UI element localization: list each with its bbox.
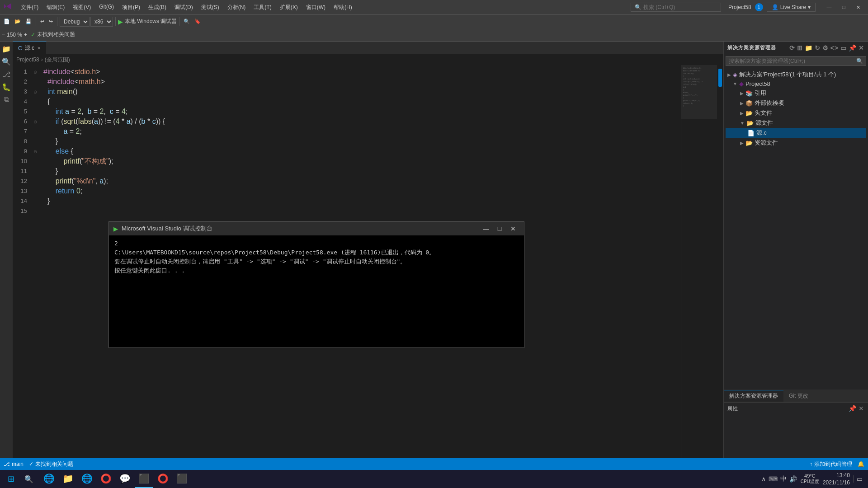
search-input[interactable] (643, 4, 711, 10)
tree-refs-node[interactable]: ▶ 📚 引用 (726, 88, 866, 98)
tab-close-icon[interactable]: ✕ (37, 46, 41, 51)
activity-debug[interactable]: 🐛 (1, 81, 12, 92)
notification-status[interactable]: 🔔 (858, 461, 864, 467)
tab-git-changes[interactable]: Git 更改 (783, 390, 814, 402)
run-debugger-button[interactable]: ▶ 本地 Windows 调试器 (118, 18, 177, 25)
console-minimize-button[interactable]: — (480, 222, 492, 235)
close-panel-icon[interactable]: ✕ (859, 44, 864, 52)
tree-solution-node[interactable]: ▶ ◈ 解决方案'Project58'(1 个项目/共 1 个) (726, 70, 866, 80)
breadcrumb-scope[interactable]: (全局范围) (45, 56, 70, 64)
toolbar-new[interactable]: 📄 (2, 18, 12, 25)
maximize-button[interactable]: □ (837, 1, 850, 14)
taskbar-vs-button[interactable]: ⬛ (135, 470, 153, 488)
console-maximize-button[interactable]: □ (493, 222, 506, 235)
fold-indicator-9[interactable]: ⊖ (31, 146, 40, 156)
fold-indicator-1[interactable]: ⊖ (31, 67, 40, 77)
project-title: Project58 (728, 4, 751, 10)
ime-icon[interactable]: 中 (780, 475, 787, 483)
properties-icons: 📌 ✕ (849, 405, 864, 412)
taskbar-ie-button[interactable]: 🌐 (40, 470, 58, 488)
keyboard-icon[interactable]: ⌨ (769, 475, 778, 483)
fold-indicator-3[interactable]: ⊖ (31, 87, 40, 97)
project-icon: ◆ (739, 80, 744, 87)
menu-view[interactable]: 视图(V) (69, 2, 94, 13)
menu-test[interactable]: 测试(S) (198, 2, 223, 13)
menu-edit[interactable]: 编辑(E) (43, 2, 68, 13)
fold-indicator-6[interactable]: ⊖ (31, 117, 40, 127)
platform-dropdown[interactable]: x86 (90, 17, 113, 27)
menu-tools[interactable]: 工具(T) (250, 2, 275, 13)
menu-window[interactable]: 窗口(W) (302, 2, 329, 13)
tree-source-c-file[interactable]: 📄 源.c (726, 128, 866, 138)
activity-extensions[interactable]: ⧉ (1, 94, 12, 105)
menu-help[interactable]: 帮助(H) (330, 2, 356, 13)
zoom-in-icon[interactable]: + (24, 32, 27, 38)
taskbar-git-button[interactable]: ⭕ (154, 470, 172, 488)
console-close-button[interactable]: ✕ (507, 222, 519, 235)
volume-icon[interactable]: 🔊 (789, 475, 797, 483)
breadcrumb-project[interactable]: Project58 (16, 56, 39, 63)
tree-header-files-node[interactable]: ▶ 📂 头文件 (726, 108, 866, 118)
activity-git[interactable]: ⎇ (1, 69, 12, 80)
menu-file[interactable]: 文件(F) (17, 2, 42, 13)
taskbar-right: ∧ ⌨ 中 🔊 49°C CPU温度 13:40 2021/11/16 ▭ (761, 472, 866, 486)
live-share-button[interactable]: 👤 Live Share ▾ (767, 3, 816, 12)
taskbar-clock[interactable]: 13:40 2021/11/16 (823, 472, 850, 486)
git-branch-label: main (12, 461, 24, 467)
menu-analyze[interactable]: 分析(N) (224, 2, 250, 13)
tab-solution-explorer[interactable]: 解决方案资源管理器 (724, 390, 783, 402)
no-problems-indicator[interactable]: ✓ 未找到相关问题 (29, 460, 73, 468)
toolbar-find[interactable]: 🔍 (182, 18, 192, 25)
filter-icon[interactable]: ⊞ (797, 44, 803, 52)
properties-icon[interactable]: ⚙ (822, 44, 829, 52)
show-all-files-icon[interactable]: 📁 (805, 44, 813, 52)
tray-up-icon[interactable]: ∧ (761, 475, 766, 483)
collapse-icon[interactable]: ▭ (840, 44, 847, 52)
toolbar-save[interactable]: 💾 (24, 18, 33, 25)
taskbar-cmd-button[interactable]: ⬛ (173, 470, 191, 488)
menu-git[interactable]: Git(G) (95, 2, 118, 13)
taskbar-wechat-button[interactable]: 💬 (116, 470, 134, 488)
code-icon[interactable]: <> (830, 44, 839, 52)
toolbar-open[interactable]: 📂 (13, 18, 23, 25)
start-button[interactable]: ⊞ (2, 470, 20, 488)
zoom-out-icon[interactable]: − (2, 32, 5, 38)
activity-explorer[interactable]: 📁 (1, 43, 12, 54)
menu-project[interactable]: 项目(P) (118, 2, 144, 13)
menu-extensions[interactable]: 扩展(X) (276, 2, 302, 13)
notification-badge[interactable]: 1 (755, 3, 763, 11)
show-desktop-icon[interactable]: ▭ (854, 475, 863, 483)
taskbar-ie2-button[interactable]: ⭕ (97, 470, 115, 488)
source-files-label: 源文件 (755, 119, 773, 127)
tree-source-files-node[interactable]: ▼ 📂 源文件 (726, 118, 866, 128)
refs-icon: 📚 (745, 90, 753, 97)
file-tab-source-c[interactable]: C 源.c ✕ (13, 42, 47, 54)
toolbar-redo[interactable]: ↪ (47, 18, 55, 25)
refresh-icon[interactable]: ↻ (815, 44, 821, 52)
tree-ext-deps-node[interactable]: ▶ 📦 外部依赖项 (726, 98, 866, 108)
tree-project-node[interactable]: ▼ ◆ Project58 (726, 80, 866, 88)
solution-search-input[interactable] (729, 58, 854, 64)
taskbar-edge-button[interactable]: 🌐 (78, 470, 96, 488)
properties-pin-icon[interactable]: 📌 (849, 405, 857, 412)
activity-search[interactable]: 🔍 (1, 56, 12, 67)
sync-icon[interactable]: ⟳ (789, 44, 795, 52)
debug-config-dropdown[interactable]: Debug (60, 17, 90, 27)
git-status[interactable]: ⎇ main (4, 461, 24, 467)
menu-build[interactable]: 生成(B) (145, 2, 170, 13)
solution-search-box[interactable]: 🔍 (726, 56, 866, 66)
toolbar-bookmark[interactable]: 🔖 (193, 18, 203, 25)
taskbar-explorer-button[interactable]: 📁 (59, 470, 77, 488)
minimize-button[interactable]: — (823, 1, 835, 14)
menu-debug[interactable]: 调试(D) (171, 2, 197, 13)
pin-icon[interactable]: 📌 (849, 44, 857, 52)
add-to-source-control[interactable]: ↑ 添加到代码管理 (810, 460, 852, 468)
properties-close-icon[interactable]: ✕ (859, 405, 864, 412)
tree-resource-files-node[interactable]: ▶ 📂 资源文件 (726, 138, 866, 148)
search-box[interactable]: 🔍 (631, 3, 721, 12)
toolbar-undo[interactable]: ↩ (38, 18, 46, 25)
close-button[interactable]: ✕ (852, 1, 864, 14)
breadcrumb-separator: › (41, 56, 43, 63)
taskbar-search-button[interactable]: 🔍 (20, 470, 38, 488)
vertical-scrollbar[interactable] (717, 65, 723, 483)
